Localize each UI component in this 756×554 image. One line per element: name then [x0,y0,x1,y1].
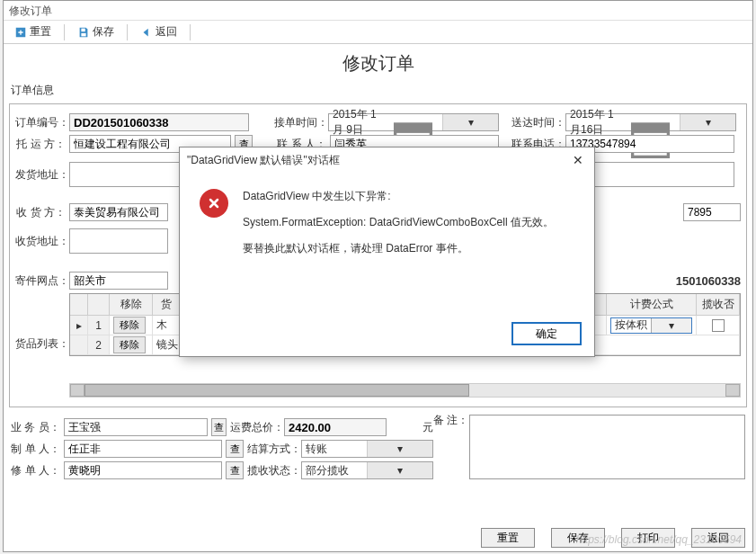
send-site-field[interactable] [69,272,168,290]
label-freight-total: 运费总价： [230,420,280,435]
consignee-field[interactable] [69,203,168,221]
error-title-text: "DataGridView 默认错误"对话框 [187,153,340,168]
modifier-lookup-button[interactable]: 查 [226,461,244,479]
collect-status-combo[interactable]: 部分揽收▾ [301,461,433,479]
close-icon[interactable]: ✕ [569,153,587,167]
toolbar: 重置 保存 返回 [4,21,752,44]
calendar-icon [623,115,678,130]
toolbar-separator [127,24,128,40]
label-recv-addr: 收货地址： [15,234,66,249]
receive-time-picker[interactable]: 2015年 1月 9日 ▾ [328,113,499,131]
error-titlebar: "DataGridView 默认错误"对话框 ✕ [180,147,594,173]
label-consignee: 收 货 方： [15,205,66,220]
order-no-field[interactable] [69,113,249,131]
label-modifier: 修 单 人： [11,463,60,478]
toolbar-separator [64,24,65,40]
save-icon [77,26,90,39]
scroll-left-button[interactable] [70,384,84,397]
chevron-down-icon: ▾ [367,462,432,478]
svg-rect-2 [81,32,85,36]
back-icon [140,26,153,39]
label-collect-status: 揽收状态： [247,463,298,478]
error-icon [200,189,228,218]
calendar-icon [386,115,440,130]
error-ok-button[interactable]: 确定 [511,322,582,345]
collect-checkbox[interactable] [712,319,725,332]
chevron-down-icon: ▾ [680,114,735,130]
remark-textarea[interactable] [469,415,745,479]
scroll-thumb[interactable] [84,384,469,397]
label-maker: 制 单 人： [11,442,60,457]
toolbar-back-button[interactable]: 返回 [135,22,182,41]
toolbar-reset-button[interactable]: 重置 [9,22,57,41]
page-title: 修改订单 [4,44,752,81]
window-title: 修改订单 [9,4,52,17]
svg-rect-4 [396,124,431,133]
send-site-code: 1501060338 [676,274,741,288]
toolbar-separator [190,24,191,40]
error-message: DataGridView 中发生以下异常: System.FormatExcep… [243,189,554,266]
label-settle-type: 结算方式： [247,442,298,457]
billing-combo[interactable]: 按体积▾ [610,317,692,334]
label-consignor: 托 运 方： [15,137,66,152]
maker-field[interactable] [64,440,223,458]
remove-row-button[interactable]: 移除 [113,317,146,334]
label-deliver-time: 送达时间： [511,115,562,130]
svg-rect-1 [81,28,84,31]
freight-total-field[interactable] [284,418,387,436]
label-receive-time: 接单时间： [274,115,325,130]
chevron-down-icon: ▾ [651,318,691,333]
recv-phone-field[interactable] [683,203,741,221]
toolbar-save-button[interactable]: 保存 [72,22,120,41]
label-order-no: 订单编号： [15,115,66,130]
label-salesman: 业 务 员： [11,420,60,435]
label-remark: 备 注： [431,413,470,428]
recv-addr-field[interactable] [69,228,168,254]
deliver-time-picker[interactable]: 2015年 1月16日 ▾ [565,113,736,131]
horizontal-scrollbar[interactable] [69,383,741,398]
scroll-right-button[interactable] [725,384,740,397]
window-titlebar: 修改订单 [4,1,752,21]
svg-rect-6 [633,124,669,133]
watermark: https://blog.csdn.net/qq_23190594 [576,533,742,546]
section-info-label: 订单信息 [4,81,752,100]
modifier-field[interactable] [64,461,223,479]
salesman-field[interactable] [64,418,208,436]
chevron-down-icon: ▾ [367,441,432,457]
maker-lookup-button[interactable]: 查 [226,440,244,458]
salesman-lookup-button[interactable]: 查 [211,418,227,436]
label-send-site: 寄件网点： [15,273,66,289]
error-dialog: "DataGridView 默认错误"对话框 ✕ DataGridView 中发… [179,147,595,357]
label-ship-addr: 发货地址： [15,167,66,183]
footer-reset-button[interactable]: 重置 [481,528,535,548]
settle-type-combo[interactable]: 转账▾ [301,440,433,458]
row-indicator-icon: ▸ [70,316,88,335]
label-goods-list: 货品列表： [15,336,66,352]
chevron-down-icon: ▾ [442,114,498,130]
reset-icon [14,26,27,39]
remove-row-button[interactable]: 移除 [113,336,146,353]
